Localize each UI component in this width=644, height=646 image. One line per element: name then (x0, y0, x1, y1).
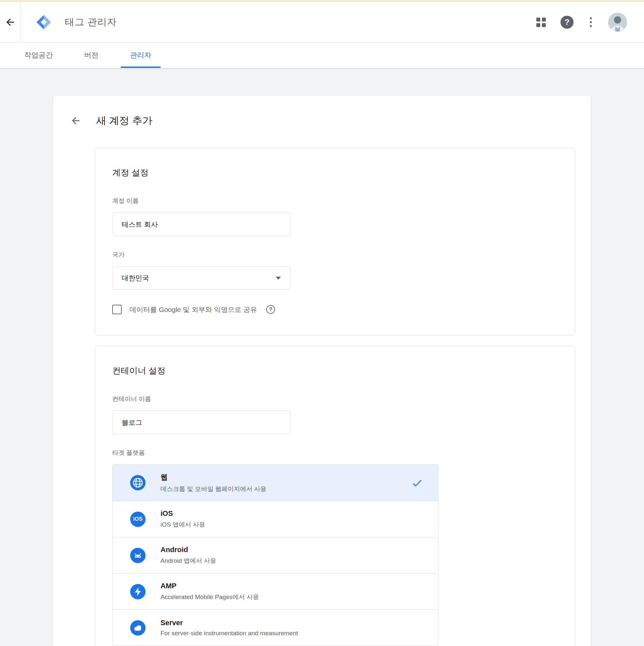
target-platform-label: 타겟 플랫폼 (112, 449, 558, 457)
container-name-label: 컨테이너 이름 (112, 395, 558, 403)
header-divider (20, 2, 20, 42)
android-icon (130, 548, 145, 563)
container-settings-heading: 컨테이너 설정 (112, 365, 558, 376)
amp-lightning-icon (130, 584, 145, 599)
container-settings-panel: 컨테이너 설정 컨테이너 이름 타겟 플랫폼 웹 (95, 346, 575, 646)
platform-option-android[interactable]: Android Android 앱에서 사용 (113, 537, 438, 573)
app-title: 태그 관리자 (65, 16, 117, 29)
tab-versions[interactable]: 버전 (75, 42, 108, 68)
container-name-input[interactable] (112, 411, 290, 434)
platform-desc: Accelerated Mobile Pages에서 사용 (160, 593, 423, 601)
platform-desc: Android 앱에서 사용 (160, 557, 423, 565)
platform-desc: iOS 앱에서 사용 (160, 520, 423, 529)
help-icon[interactable]: ? (560, 16, 573, 29)
globe-icon (130, 475, 145, 491)
main-tab-bar: 작업공간 버전 관리자 (0, 42, 644, 68)
target-platform-list: 웹 데스크톱 및 모바일 웹페이지에서 사용 iOS iOS iOS 앱에서 사… (112, 464, 438, 646)
platform-option-server[interactable]: Server For server-side instrumentation a… (113, 610, 438, 646)
share-help-icon[interactable]: ? (266, 305, 275, 314)
platform-title: AMP (160, 582, 423, 590)
ios-icon: iOS (130, 512, 145, 527)
apps-grid-icon[interactable] (536, 18, 545, 27)
chevron-down-icon (276, 277, 281, 280)
share-data-checkbox[interactable] (112, 305, 122, 314)
app-header: 태그 관리자 ? (0, 2, 644, 42)
avatar-image (608, 13, 627, 32)
check-icon (411, 477, 423, 489)
platform-title: iOS (160, 509, 423, 518)
account-name-label: 계정 이름 (112, 197, 558, 205)
avatar[interactable] (608, 13, 627, 32)
country-select[interactable]: 대한민국 (112, 266, 290, 290)
platform-desc: For server-side instrumentation and meas… (160, 630, 423, 637)
platform-option-ios[interactable]: iOS iOS iOS 앱에서 사용 (113, 501, 438, 537)
page-title: 새 계정 추가 (96, 114, 152, 128)
more-vertical-icon[interactable] (588, 16, 593, 28)
server-cloud-icon (130, 620, 145, 636)
back-arrow-icon (5, 17, 16, 28)
account-settings-panel: 계정 설정 계정 이름 국가 대한민국 데이터를 Google 및 외부와 익명… (95, 148, 575, 335)
platform-title: Server (160, 619, 423, 627)
platform-option-amp[interactable]: AMP Accelerated Mobile Pages에서 사용 (113, 573, 438, 610)
add-account-card: 새 계정 추가 계정 설정 계정 이름 국가 대한민국 데이터를 Google … (53, 95, 591, 646)
tag-manager-logo-icon (36, 15, 51, 30)
platform-title: Android (160, 545, 423, 554)
back-arrow-icon (70, 115, 81, 126)
share-data-label: 데이터를 Google 및 외부와 익명으로 공유 (129, 305, 257, 314)
page-back-button[interactable] (70, 115, 81, 126)
account-name-input[interactable] (112, 212, 290, 236)
country-selected-value: 대한민국 (122, 274, 149, 283)
platform-desc: 데스크톱 및 모바일 웹페이지에서 사용 (160, 485, 411, 493)
platform-title: 웹 (160, 472, 411, 482)
country-label: 국가 (112, 250, 558, 259)
platform-option-web[interactable]: 웹 데스크톱 및 모바일 웹페이지에서 사용 (113, 464, 438, 501)
admin-content: 새 계정 추가 계정 설정 계정 이름 국가 대한민국 데이터를 Google … (0, 68, 644, 646)
tab-admin[interactable]: 관리자 (121, 42, 160, 68)
header-back-button[interactable] (0, 2, 20, 42)
tab-workspace[interactable]: 작업공간 (15, 42, 62, 68)
account-settings-heading: 계정 설정 (112, 167, 558, 179)
